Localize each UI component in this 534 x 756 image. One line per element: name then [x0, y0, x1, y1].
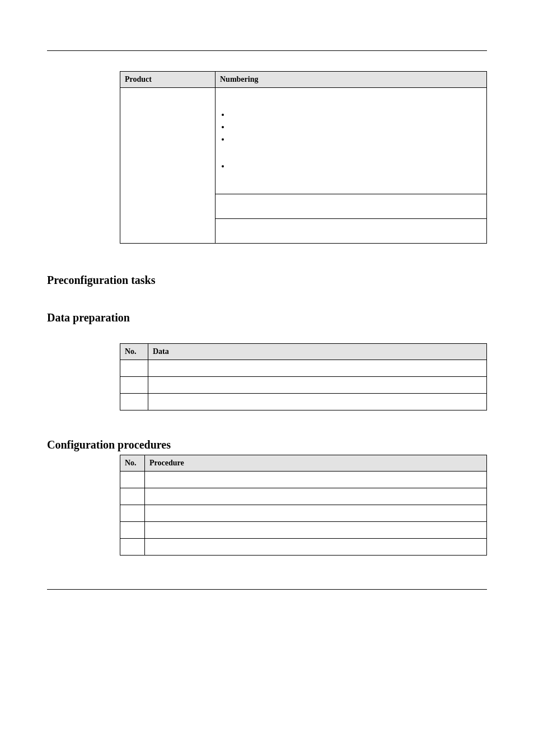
table-row — [120, 505, 487, 522]
numbering-cell — [216, 219, 487, 244]
no-header: No. — [120, 344, 148, 360]
bullet-item — [230, 162, 482, 171]
product-table: Product Numbering — [120, 71, 487, 244]
page-container: Product Numbering — [0, 0, 534, 623]
table-header-row: No. Procedure — [120, 455, 487, 472]
product-header: Product — [120, 72, 216, 88]
numbering-header: Numbering — [216, 72, 487, 88]
data-cell — [148, 394, 487, 410]
numbering-cell — [216, 88, 487, 194]
table-row — [120, 472, 487, 488]
table-row — [120, 194, 487, 219]
data-header: Data — [148, 344, 487, 360]
bullet-item — [230, 135, 482, 147]
table-row — [120, 394, 487, 410]
no-cell — [120, 377, 148, 394]
table-header-row: Product Numbering — [120, 72, 487, 88]
header-rule — [47, 50, 487, 51]
product-cell — [120, 88, 216, 194]
table-row — [120, 360, 487, 377]
bullet-item — [230, 123, 482, 135]
section-heading-data-prep: Data preparation — [47, 311, 487, 324]
proc-table-wrap: No. Procedure — [120, 455, 487, 556]
bullet-item — [230, 110, 482, 123]
no-header: No. — [120, 455, 145, 472]
product-table-wrap: Product Numbering — [120, 71, 487, 244]
table-header-row: No. Data — [120, 344, 487, 360]
section-heading-preconfig: Preconfiguration tasks — [47, 274, 487, 287]
procedure-cell — [145, 539, 487, 556]
procedure-header: Procedure — [145, 455, 487, 472]
procedure-cell — [145, 488, 487, 505]
section-heading-config-proc: Configuration procedures — [47, 438, 487, 451]
data-cell — [148, 360, 487, 377]
data-cell — [148, 377, 487, 394]
no-cell — [120, 505, 145, 522]
procedure-cell — [145, 505, 487, 522]
numbering-cell — [216, 194, 487, 219]
data-table-wrap: No. Data — [120, 343, 487, 410]
bullet-list — [220, 110, 482, 147]
no-cell — [120, 539, 145, 556]
data-table: No. Data — [120, 343, 487, 410]
bullet-list — [220, 162, 482, 171]
table-row — [120, 522, 487, 539]
footer-rule — [47, 589, 487, 590]
procedure-table: No. Procedure — [120, 455, 487, 556]
no-cell — [120, 360, 148, 377]
table-row — [120, 488, 487, 505]
no-cell — [120, 394, 148, 410]
table-row — [120, 219, 487, 244]
no-cell — [120, 522, 145, 539]
product-cell — [120, 219, 216, 244]
procedure-cell — [145, 522, 487, 539]
table-row — [120, 377, 487, 394]
no-cell — [120, 472, 145, 488]
table-row — [120, 88, 487, 194]
table-row — [120, 539, 487, 556]
no-cell — [120, 488, 145, 505]
product-cell — [120, 194, 216, 219]
procedure-cell — [145, 472, 487, 488]
